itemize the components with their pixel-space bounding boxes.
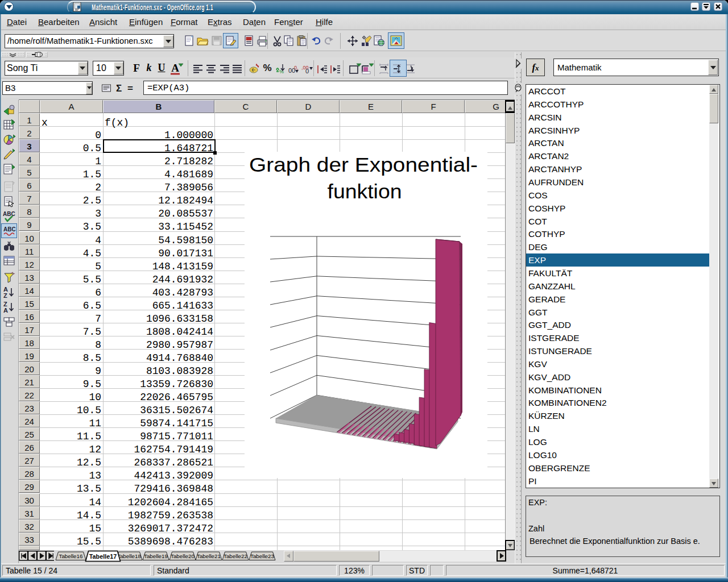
svg-text:Tabelle22: Tabelle22 (224, 553, 247, 559)
svg-text:Tabelle16: Tabelle16 (59, 553, 83, 559)
svg-text:funktion: funktion (328, 180, 402, 202)
svg-text:Tabelle21: Tabelle21 (197, 553, 221, 559)
svg-text:Tabelle18: Tabelle18 (117, 553, 141, 559)
svg-text:Graph der Exponential-: Graph der Exponential- (249, 153, 478, 176)
svg-text:Tabelle20: Tabelle20 (171, 553, 195, 559)
svg-text:Z: Z (3, 292, 7, 299)
svg-text:0,: 0, (294, 65, 299, 70)
svg-text:ABC: ABC (3, 211, 15, 217)
svg-text:0: 0 (305, 68, 309, 74)
svg-text:Tabelle23: Tabelle23 (250, 553, 274, 559)
svg-text:A: A (3, 307, 8, 314)
svg-text:Tabelle17: Tabelle17 (89, 553, 117, 560)
svg-text:ABC: ABC (3, 226, 16, 232)
svg-text:Tabelle19: Tabelle19 (144, 553, 168, 559)
